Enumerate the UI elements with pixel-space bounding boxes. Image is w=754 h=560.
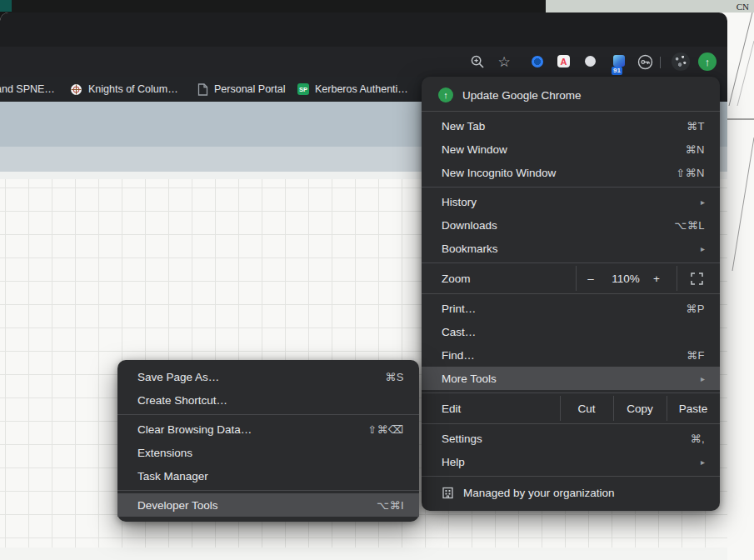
- menu-item-label: Cast…: [442, 326, 476, 338]
- bookmark-item[interactable]: Knights of Colum…: [70, 77, 178, 102]
- bookmark-label: and SPNE…: [0, 83, 55, 95]
- update-icon: ↑: [438, 88, 453, 102]
- red-a-icon: A: [557, 55, 570, 68]
- extension-badge: 91: [612, 67, 622, 75]
- menu-item-managed[interactable]: Managed by your organization: [422, 479, 720, 506]
- menu-separator: [422, 293, 720, 294]
- menu-separator: [422, 392, 720, 393]
- menu-item-new-window[interactable]: New Window ⌘N: [422, 138, 720, 161]
- edit-paste-button[interactable]: Paste: [667, 396, 720, 421]
- menu-item-label: More Tools: [442, 372, 497, 385]
- menu-item-label: Zoom: [442, 272, 471, 285]
- menu-separator: [422, 111, 720, 112]
- menu-item-label: History: [442, 196, 477, 208]
- menu-item-label: Edit: [442, 402, 461, 415]
- knights-favicon: [70, 83, 82, 96]
- bookmark-item[interactable]: Personal Portal: [197, 77, 285, 102]
- extension-blue-icon[interactable]: [532, 56, 543, 68]
- menu-separator: [422, 187, 720, 188]
- menu-item-label: New Tab: [442, 120, 485, 132]
- menu-item-print[interactable]: Print… ⌘P: [422, 297, 720, 320]
- fullscreen-button[interactable]: [687, 266, 707, 291]
- bookmark-star-icon[interactable]: ☆: [497, 54, 512, 69]
- menu-item-help[interactable]: Help ▸: [422, 450, 720, 473]
- menu-item-label: Developer Tools: [137, 499, 218, 512]
- menu-shortcut: ⌘S: [385, 371, 404, 383]
- menu-item-label: Save Page As…: [137, 371, 219, 383]
- menu-shortcut: ⌘P: [686, 302, 705, 315]
- zoom-page-icon[interactable]: [470, 54, 485, 69]
- blue-gradient-icon: [613, 55, 625, 67]
- background-window-sketch-lines: [727, 12, 754, 546]
- menu-shortcut: ⌘T: [687, 120, 705, 132]
- extension-badged-icon[interactable]: [613, 55, 625, 67]
- bookmark-label: Personal Portal: [214, 83, 285, 95]
- background-window-titlebar: CN: [546, 0, 754, 12]
- zoom-out-button[interactable]: –: [581, 266, 601, 291]
- menu-item-label: Clear Browsing Data…: [137, 423, 252, 436]
- fullscreen-icon: [691, 272, 703, 285]
- submenu-item-task-manager[interactable]: Task Manager: [117, 464, 419, 488]
- menu-item-bookmarks[interactable]: Bookmarks ▸: [422, 237, 720, 260]
- menu-item-history[interactable]: History ▸: [422, 190, 720, 213]
- menu-item-label: Settings: [442, 432, 482, 445]
- submenu-item-create-shortcut[interactable]: Create Shortcut…: [117, 388, 419, 412]
- bookmark-item[interactable]: and SPNE…: [0, 77, 55, 102]
- menu-item-label: Task Manager: [137, 470, 208, 482]
- menu-shortcut: ⌥⌘I: [377, 499, 404, 512]
- menu-separator: [422, 476, 720, 477]
- menu-item-label: Extensions: [137, 447, 192, 459]
- white-circle-icon: [585, 56, 596, 67]
- chevron-right-icon: ▸: [701, 458, 705, 467]
- menu-item-label: Bookmarks: [442, 242, 498, 255]
- menu-item-label: Find…: [442, 349, 475, 362]
- menu-shortcut: ⌘N: [686, 143, 705, 156]
- star-glyph: ☆: [497, 55, 510, 69]
- edit-copy-button[interactable]: Copy: [613, 396, 667, 421]
- menu-item-settings[interactable]: Settings ⌘,: [422, 427, 720, 450]
- extension-anylist-icon[interactable]: A: [557, 55, 570, 68]
- menu-shortcut: ⌥⌘L: [674, 219, 705, 232]
- chevron-right-icon: ▸: [701, 244, 705, 253]
- zoom-divider: [677, 266, 677, 291]
- menu-separator: [422, 423, 720, 424]
- submenu-item-save-page-as[interactable]: Save Page As… ⌘S: [117, 365, 419, 388]
- avatar-image: [672, 52, 690, 71]
- bookmark-label: Kerberos Authenti…: [315, 83, 408, 95]
- zoom-in-button[interactable]: +: [647, 266, 667, 291]
- profile-avatar[interactable]: [672, 52, 690, 71]
- submenu-item-developer-tools[interactable]: Developer Tools ⌥⌘I: [117, 493, 419, 517]
- desktop-strip: [12, 0, 546, 12]
- menu-item-more-tools[interactable]: More Tools ▸: [422, 367, 720, 390]
- menu-item-edit: Edit Cut Copy Paste: [422, 396, 720, 421]
- browser-titlebar: [0, 12, 727, 47]
- toolbar-separator: [660, 57, 661, 68]
- page-bottom-strip: [0, 548, 727, 560]
- update-chrome-button[interactable]: ↑: [698, 52, 717, 71]
- document-favicon: [197, 83, 208, 96]
- more-tools-submenu: Save Page As… ⌘S Create Shortcut… Clear …: [117, 360, 419, 522]
- sp-favicon: SP: [297, 83, 309, 95]
- organization-building-icon: [442, 487, 454, 499]
- submenu-item-extensions[interactable]: Extensions: [117, 441, 419, 464]
- menu-item-new-incognito-window[interactable]: New Incognito Window ⇧⌘N: [422, 161, 720, 184]
- chrome-main-menu: ↑ Update Google Chrome New Tab ⌘T New Wi…: [422, 77, 720, 511]
- menu-item-update-chrome[interactable]: ↑ Update Google Chrome: [422, 82, 720, 108]
- password-key-icon[interactable]: [637, 54, 653, 70]
- menu-shortcut: ⇧⌘N: [676, 167, 705, 179]
- bookmark-item[interactable]: SP Kerberos Authenti…: [297, 77, 408, 102]
- zoom-value: 110%: [601, 266, 651, 291]
- menu-item-downloads[interactable]: Downloads ⌥⌘L: [422, 213, 720, 237]
- menu-item-find[interactable]: Find… ⌘F: [422, 343, 720, 367]
- menu-separator: [422, 262, 720, 263]
- menu-item-cast[interactable]: Cast…: [422, 320, 720, 343]
- edit-cut-button[interactable]: Cut: [560, 396, 613, 421]
- blue-circle-icon: [532, 56, 543, 68]
- menu-item-label: Help: [442, 456, 465, 468]
- extension-white-icon[interactable]: [585, 56, 596, 67]
- menu-item-new-tab[interactable]: New Tab ⌘T: [422, 114, 720, 138]
- zoom-divider: [576, 266, 577, 291]
- menu-separator: [117, 414, 419, 415]
- submenu-item-clear-browsing-data[interactable]: Clear Browsing Data… ⇧⌘⌫: [117, 418, 419, 441]
- menu-item-label: Managed by your organization: [463, 487, 615, 499]
